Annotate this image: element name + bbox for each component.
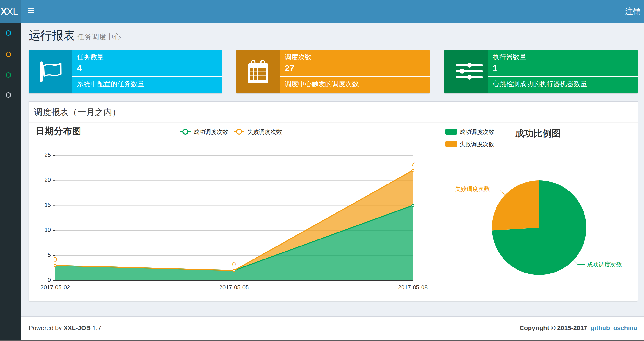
svg-text:失败调度次数: 失败调度次数 (247, 129, 282, 135)
svg-text:0: 0 (48, 277, 51, 283)
svg-text:0: 0 (232, 260, 236, 268)
svg-text:日期分布图: 日期分布图 (36, 126, 81, 136)
svg-text:25: 25 (44, 151, 51, 158)
svg-text:成功调度次数: 成功调度次数 (194, 129, 228, 135)
svg-text:失败调度次数: 失败调度次数 (460, 141, 494, 147)
svg-text:15: 15 (44, 202, 51, 208)
svg-text:2017-05-02: 2017-05-02 (40, 284, 70, 291)
svg-text:7: 7 (411, 160, 415, 168)
svg-text:10: 10 (44, 226, 51, 233)
svg-text:0: 0 (53, 256, 57, 263)
svg-text:失败调度次数: 失败调度次数 (455, 186, 490, 192)
svg-text:5: 5 (48, 251, 51, 258)
svg-text:成功调度次数: 成功调度次数 (460, 129, 494, 135)
svg-text:成功调度次数: 成功调度次数 (587, 261, 622, 268)
svg-text:2017-05-05: 2017-05-05 (219, 284, 249, 291)
svg-text:2017-05-08: 2017-05-08 (398, 284, 428, 291)
svg-text:成功比例图: 成功比例图 (515, 128, 561, 138)
svg-text:20: 20 (44, 177, 51, 183)
